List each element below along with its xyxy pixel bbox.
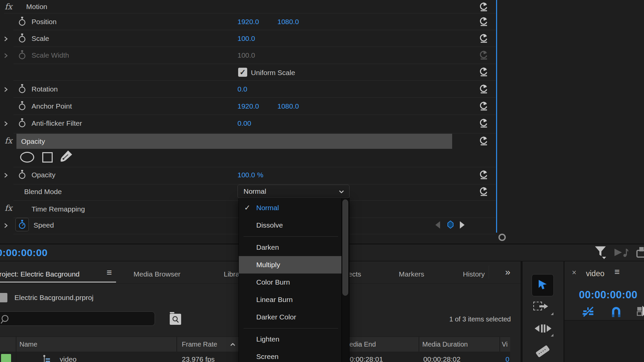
opacity-label[interactable]: Opacity [32,171,55,179]
expand-chevron-icon[interactable] [3,172,8,178]
reset-motion-icon[interactable] [479,2,488,12]
rect-mask-icon[interactable] [42,152,53,163]
ellipse-mask-icon[interactable] [20,152,34,163]
razor-tool-button[interactable] [533,343,552,360]
next-keyframe-icon[interactable] [460,221,465,229]
menu-item-normal[interactable]: ✓Normal [239,199,342,217]
tab-history[interactable]: History [463,270,485,278]
timeline-track-area[interactable] [565,321,644,362]
speed-stopwatch-box[interactable] [15,218,29,231]
panel-menu-icon[interactable]: ≡ [614,267,620,277]
tab-markers[interactable]: Markers [399,270,424,278]
menu-item-screen[interactable]: Screen [239,348,342,362]
scale-value[interactable]: 100.0 [237,35,255,43]
opacity-header-label[interactable]: Opacity [21,137,45,145]
rotation-value[interactable]: 0.0 [237,85,247,93]
sort-ascending-icon[interactable] [230,343,235,346]
play-audio-only-icon[interactable] [614,248,629,258]
anchor-x-value[interactable]: 1920.0 [237,102,259,110]
export-frame-icon[interactable] [636,246,644,258]
column-header-media-duration[interactable]: Media Duration [422,341,468,348]
insert-clip-icon[interactable] [637,305,644,318]
tab-overflow-chevrons[interactable]: » [505,267,511,277]
timeline-timecode[interactable]: 00:00:00:00 [579,289,637,301]
column-header-frame-rate[interactable]: Frame Rate [182,341,217,348]
row-divider [13,97,496,98]
motion-label[interactable]: Motion [26,3,47,11]
blend-mode-dropdown[interactable]: Normal [237,185,350,198]
opacity-effect-header[interactable] [16,134,452,149]
project-file-name[interactable]: Electric Bacground.prproj [14,294,94,302]
expand-chevron-icon[interactable] [3,86,8,93]
reset-anchor-icon[interactable] [479,101,488,111]
menu-item-dissolve[interactable]: Dissolve [239,217,342,234]
anchor-point-label[interactable]: Anchor Point [32,102,72,110]
menu-scrollbar-thumb[interactable] [342,199,348,296]
position-label[interactable]: Position [32,18,57,26]
menu-item-darker-color[interactable]: Darker Color [239,308,342,326]
selection-tool-button[interactable] [532,274,554,296]
reset-opacity-effect-icon[interactable] [479,136,488,146]
pen-mask-icon[interactable] [59,149,73,164]
clip-color-label[interactable] [1,354,11,362]
anti-flicker-value[interactable]: 0.00 [237,119,251,127]
search-in-bin-button[interactable] [170,314,181,325]
column-header-video-in[interactable]: Vi [502,341,507,348]
reset-position-icon[interactable] [479,16,488,26]
menu-item-linear-burn[interactable]: Linear Burn [239,291,342,308]
position-x-value[interactable]: 1920.0 [237,18,259,26]
scale-label[interactable]: Scale [32,35,49,43]
stopwatch-icon[interactable] [18,84,26,94]
reset-blend-mode-icon[interactable] [479,186,488,196]
premiere-pro-ui: fx Motion Position 1920.0 1080.0 Scale 1… [0,0,644,362]
folder-tab [170,312,174,313]
stopwatch-icon[interactable] [18,101,26,111]
playhead-line[interactable] [496,0,497,233]
ripple-edit-tool-button[interactable] [532,321,553,337]
prev-keyframe-icon[interactable] [435,221,440,229]
anti-flicker-label[interactable]: Anti-flicker Filter [32,119,82,127]
column-header-name[interactable]: Name [19,341,37,348]
stopwatch-icon[interactable] [18,170,26,179]
close-panel-icon[interactable]: × [572,269,576,277]
expand-chevron-icon[interactable] [3,53,8,59]
reset-rotation-icon[interactable] [479,84,488,94]
clip-name[interactable]: video [60,355,76,362]
menu-scrollbar-track[interactable] [341,198,349,362]
opacity-value[interactable]: 100.0 % [237,171,263,179]
tab-project[interactable]: Project: Electric Bacground [0,270,79,278]
rotation-label[interactable]: Rotation [32,85,58,93]
expand-chevron-icon[interactable] [3,36,8,42]
speed-label[interactable]: Speed [34,221,54,229]
project-file-icon[interactable] [0,293,7,302]
reset-anti-flicker-icon[interactable] [479,118,488,128]
uniform-scale-checkbox[interactable]: ✓ [238,68,247,77]
expand-chevron-icon[interactable] [3,121,8,127]
menu-item-multiply[interactable]: Multiply [239,256,342,274]
timeline-panel-title[interactable]: video [586,269,604,278]
filter-properties-icon[interactable] [594,246,607,260]
reset-uniform-scale-icon[interactable] [479,67,488,77]
tab-media-browser[interactable]: Media Browser [133,270,180,278]
menu-item-lighten[interactable]: Lighten [239,330,342,348]
track-select-tool-button[interactable] [533,300,553,316]
anchor-y-value[interactable]: 1080.0 [277,102,299,110]
add-keyframe-icon[interactable] [447,221,454,229]
snap-magnet-icon[interactable] [610,306,622,318]
time-remapping-label[interactable]: Time Remapping [32,205,85,213]
reset-opacity-icon[interactable] [479,170,488,180]
search-input[interactable] [0,311,155,326]
menu-item-color-burn[interactable]: Color Burn [239,274,342,291]
linked-selection-off-icon[interactable] [582,306,595,318]
stopwatch-icon[interactable] [18,118,26,128]
tool-flyout-marker [551,312,553,315]
reset-scale-icon[interactable] [479,33,488,43]
timeline-zoom-handle[interactable] [498,234,506,241]
panel-menu-icon[interactable]: ≡ [107,268,112,277]
expand-chevron-icon[interactable] [3,223,8,229]
effect-controls-timecode[interactable]: 00:00:00:00 [0,247,48,258]
menu-item-darken[interactable]: Darken [239,239,342,256]
position-y-value[interactable]: 1080.0 [277,18,299,26]
stopwatch-icon[interactable] [18,34,26,43]
stopwatch-icon[interactable] [18,17,26,26]
